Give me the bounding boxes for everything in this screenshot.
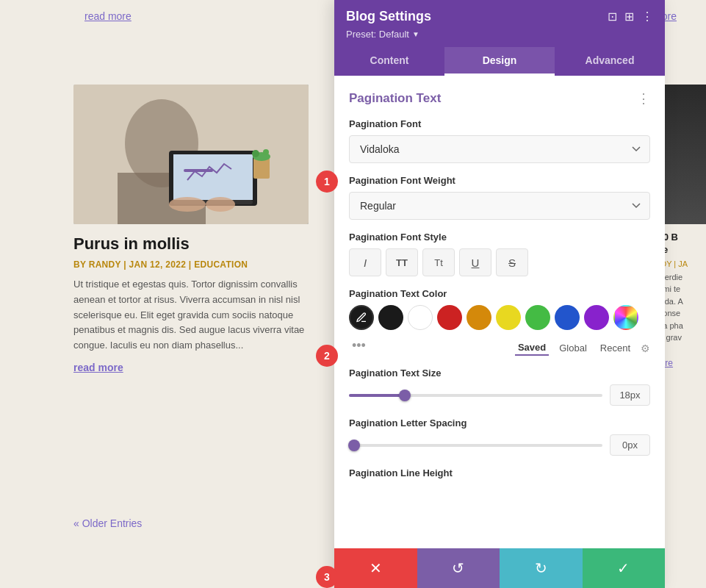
tab-advanced[interactable]: Advanced xyxy=(555,47,665,76)
color-tab-global[interactable]: Global xyxy=(556,341,590,355)
redo-icon: ↻ xyxy=(535,559,547,577)
swatch-red[interactable] xyxy=(437,305,462,330)
font-style-strikethrough[interactable]: S xyxy=(496,248,528,276)
confirm-icon: ✓ xyxy=(617,559,630,577)
color-tab-recent[interactable]: Recent xyxy=(597,341,633,355)
svg-point-10 xyxy=(263,149,269,155)
text-size-slider-fill xyxy=(349,394,405,397)
text-size-slider-thumb[interactable] xyxy=(399,390,411,401)
svg-point-11 xyxy=(169,197,206,212)
redo-button[interactable]: ↻ xyxy=(500,548,583,588)
more-icon[interactable]: ⋮ xyxy=(641,10,653,24)
swatch-yellow[interactable] xyxy=(496,305,521,330)
panel-header-icons: ⊡ ⊞ ⋮ xyxy=(608,10,653,24)
panel-actions: ✕ ↺ ↻ ✓ xyxy=(334,548,665,588)
swatch-orange[interactable] xyxy=(467,305,491,330)
font-select[interactable]: Vidaloka Arial Georgia xyxy=(349,135,650,163)
font-style-title[interactable]: Tt xyxy=(422,248,455,276)
blog-card: Purus in mollis BY RANDY | JAN 12, 2022 … xyxy=(73,85,316,374)
font-field-label: Pagination Font xyxy=(349,118,650,129)
blog-card-meta: BY RANDY | JAN 12, 2022 | EDUCATION xyxy=(73,259,316,270)
letter-spacing-label: Pagination Letter Spacing xyxy=(349,417,650,429)
minimize-icon[interactable]: ⊡ xyxy=(608,10,617,24)
text-size-slider-row: 18px xyxy=(349,384,650,406)
section-menu-icon[interactable]: ⋮ xyxy=(637,90,650,107)
older-entries-link[interactable]: « Older Entries xyxy=(73,517,142,529)
line-height-label: Pagination Line Height xyxy=(349,467,650,478)
section-title: Pagination Text xyxy=(349,91,441,106)
blog-card-title: Purus in mollis xyxy=(73,234,316,254)
font-style-label: Pagination Font Style xyxy=(349,232,650,243)
color-settings-icon[interactable]: ⚙ xyxy=(641,343,650,354)
text-size-label: Pagination Text Size xyxy=(349,368,650,379)
blog-card-excerpt: Ut tristique et egestas quis. Tortor dig… xyxy=(73,277,316,354)
reset-button[interactable]: ↺ xyxy=(417,548,500,588)
preset-label: Preset: Default xyxy=(346,29,409,40)
cancel-button[interactable]: ✕ xyxy=(334,548,417,588)
font-style-italic[interactable]: I xyxy=(349,248,381,276)
color-swatch-row xyxy=(349,305,650,330)
text-color-label: Pagination Text Color xyxy=(349,288,650,299)
text-size-slider-track[interactable] xyxy=(349,394,602,397)
step-badge-3: 3 xyxy=(316,566,338,588)
svg-point-9 xyxy=(252,150,259,157)
svg-rect-4 xyxy=(173,154,253,200)
font-weight-select[interactable]: Regular Bold Light xyxy=(349,192,650,220)
font-weight-label: Pagination Font Weight xyxy=(349,175,650,186)
swatch-gradient[interactable] xyxy=(613,305,638,330)
step-badge-1: 1 xyxy=(316,171,338,193)
color-picker-swatch[interactable] xyxy=(349,305,374,330)
cancel-icon: ✕ xyxy=(370,559,382,577)
font-style-group: I TT Tt U S xyxy=(349,248,650,276)
section-header: Pagination Text ⋮ xyxy=(349,90,650,107)
font-style-underline[interactable]: U xyxy=(459,248,491,276)
svg-rect-7 xyxy=(253,158,270,179)
font-style-tt[interactable]: TT xyxy=(386,248,418,276)
swatch-green[interactable] xyxy=(525,305,550,330)
swatch-blue[interactable] xyxy=(555,305,580,330)
panel-content: Pagination Text ⋮ Pagination Font Vidalo… xyxy=(334,76,665,548)
swatch-white[interactable] xyxy=(408,305,433,330)
text-size-value[interactable]: 18px xyxy=(610,384,650,406)
color-footer: ••• Saved Global Recent ⚙ xyxy=(349,336,650,356)
letter-spacing-slider-track[interactable] xyxy=(349,444,602,447)
preset-arrow: ▼ xyxy=(412,30,419,38)
read-more-top-left[interactable]: read more xyxy=(84,10,132,22)
color-tabs: Saved Global Recent ⚙ xyxy=(515,340,650,356)
confirm-button[interactable]: ✓ xyxy=(583,548,666,588)
tab-design[interactable]: Design xyxy=(444,47,555,76)
swatch-purple[interactable] xyxy=(584,305,609,330)
panel-preset[interactable]: Preset: Default ▼ xyxy=(346,29,653,40)
blog-read-more[interactable]: read more xyxy=(73,362,123,373)
settings-panel: Blog Settings ⊡ ⊞ ⋮ Preset: Default ▼ Co… xyxy=(334,0,665,588)
panel-tabs: Content Design Advanced xyxy=(334,47,665,76)
panel-header-top: Blog Settings ⊡ ⊞ ⋮ xyxy=(346,9,653,24)
blog-card-image xyxy=(73,85,309,224)
step-badge-2: 2 xyxy=(316,345,338,367)
letter-spacing-slider-row: 0px xyxy=(349,434,650,456)
svg-rect-5 xyxy=(184,169,213,172)
letter-spacing-slider-thumb[interactable] xyxy=(348,440,360,451)
reset-icon: ↺ xyxy=(452,559,464,577)
expand-icon[interactable]: ⊞ xyxy=(624,10,634,24)
color-tab-saved[interactable]: Saved xyxy=(515,340,549,356)
svg-point-12 xyxy=(206,197,235,212)
swatch-black[interactable] xyxy=(378,305,403,330)
letter-spacing-value[interactable]: 0px xyxy=(610,434,650,456)
panel-title: Blog Settings xyxy=(346,9,431,24)
more-swatches-icon[interactable]: ••• xyxy=(349,338,369,354)
panel-header: Blog Settings ⊡ ⊞ ⋮ Preset: Default ▼ xyxy=(334,0,665,47)
tab-content[interactable]: Content xyxy=(334,47,444,76)
